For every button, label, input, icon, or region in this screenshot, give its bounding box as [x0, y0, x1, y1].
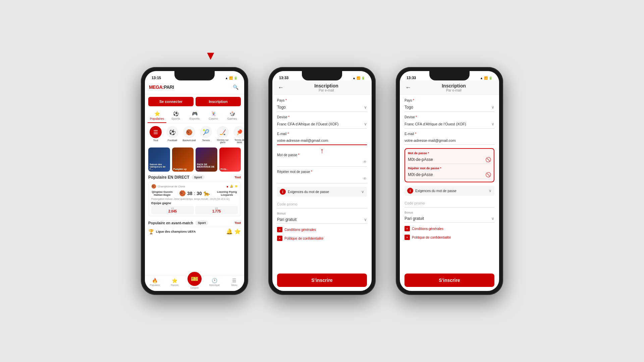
chip-tout[interactable]: ☰ Tout	[148, 126, 163, 143]
phone3-password-label: Mot de passe *	[408, 152, 491, 155]
banner-pack[interactable]: PACK DE BIENVENUE DE ...	[196, 147, 217, 172]
nav-menu-icon: ☰	[232, 278, 236, 283]
league-icon: 🏀	[151, 184, 156, 189]
search-button[interactable]: 🔍	[231, 82, 240, 92]
live-tout-badge[interactable]: Tout	[234, 176, 241, 179]
phone3-email-input[interactable]: votre-adresse-mail@gmail.com	[405, 136, 494, 145]
avant-sport-badge[interactable]: Sport	[195, 221, 209, 225]
phone2-exigences[interactable]: i Exigences du mot de passe ∨	[277, 187, 367, 197]
phone3-pays-chevron: ∨	[491, 105, 494, 110]
banner-pumpkin[interactable]: Pumpkin up	[172, 147, 194, 172]
nav-historique[interactable]: 🕐 Historique	[205, 278, 224, 289]
score2: 30	[197, 191, 202, 196]
register-button[interactable]: Inscription	[196, 97, 241, 106]
tab-games-label: Games	[227, 117, 237, 120]
phone3-politique-label: Politique de confidentialité	[412, 236, 451, 239]
nav-menu[interactable]: ☰ Menu	[224, 278, 244, 289]
chip-hockey[interactable]: 🏒 Hockey sur glace	[215, 126, 230, 143]
tab-games[interactable]: 🎲 Games	[223, 109, 241, 123]
phone3-password-input[interactable]: M0t-de-pAsse 🚫	[408, 156, 491, 164]
phone2-password-input[interactable]: 👁	[277, 158, 367, 167]
chip-tennis[interactable]: 🎾 Tennis	[199, 126, 213, 143]
v2-odd: 1.775	[196, 209, 237, 213]
avant-star-icon[interactable]: ⭐	[234, 228, 241, 235]
team1-logo: 🏀	[179, 190, 186, 196]
phone3-bonus-label: Bonus	[405, 211, 494, 214]
phone3-exigences-chevron: ∨	[489, 188, 492, 193]
phone3-bonus-dropdown[interactable]: Pari gratuit ∨	[405, 215, 494, 223]
tab-sports[interactable]: ⚽ Sports	[166, 109, 185, 123]
odd-v1[interactable]: V1 2.045	[151, 206, 194, 214]
phone3-back-button[interactable]: ←	[405, 84, 411, 91]
phone3-eye-icon[interactable]: 🚫	[485, 157, 491, 162]
avant-match-icon: 🏆	[148, 229, 154, 234]
phone3-repeat-eye-icon[interactable]: 🚫	[485, 172, 491, 177]
phone2-politique[interactable]: ≡ Politique de confidentialité	[277, 236, 367, 241]
phone3-devise-required: *	[416, 115, 417, 119]
phone2-status-icons: ▲ 📶 🔋	[353, 76, 365, 80]
phone2-repeat-password-input[interactable]: 👁	[277, 174, 367, 183]
phone1: ▼ 13:15 ▲ 📶 🔋 MEGA:PARI �	[141, 67, 248, 295]
star-icon[interactable]: ⭐	[234, 185, 238, 188]
bell-icon[interactable]: 🔔	[230, 185, 233, 188]
login-button[interactable]: Se connecter	[148, 97, 194, 106]
phone3-email-required: *	[415, 132, 416, 136]
phone3-battery: 🔋	[489, 76, 492, 80]
phone2-pays-chevron: ∨	[364, 105, 367, 110]
phone3-email-label: E-mail *	[405, 132, 494, 136]
phone2-conditions[interactable]: ≡ Conditions générales	[277, 227, 367, 232]
phone2-pays-dropdown[interactable]: Togo ∨	[277, 103, 367, 112]
avant-match-name: Ligue des champions UEFA	[156, 230, 196, 233]
tab-esports[interactable]: 🎮 Esports	[185, 109, 204, 123]
score-container: 🏀 38 : 30 🐆	[179, 190, 210, 196]
phone3-conditions[interactable]: ≡ Conditions générales	[405, 226, 494, 231]
tab-casino[interactable]: 🃏 Casino	[204, 109, 223, 123]
phone2-battery: 🔋	[361, 76, 365, 80]
match-card[interactable]: 🏀 Championnat de Chine ● 🔔 ⭐ Qingdao Guo…	[148, 182, 241, 217]
chip-tennis-table[interactable]: 🏓 Tennis de table	[232, 126, 244, 143]
nav-favoris[interactable]: ⭐ Favoris	[165, 278, 184, 289]
phone3-code-promo[interactable]: Code promo	[405, 199, 494, 207]
banner-saison[interactable]: Saison des vainqueurs de l'...	[148, 147, 170, 172]
phone2-back-button[interactable]: ←	[278, 84, 284, 91]
phone3-email-field: E-mail * votre-adresse-mail@gmail.com	[405, 132, 494, 145]
avant-bell-icon[interactable]: 🔔	[226, 228, 233, 235]
phone2-repeat-eye-icon[interactable]: 👁	[363, 176, 367, 181]
nav-menu-label: Menu	[231, 284, 237, 286]
phone2-code-promo[interactable]: Code promo	[277, 200, 367, 208]
phone2-register-button[interactable]: S'inscrire	[277, 274, 367, 287]
phone3-register-button[interactable]: S'inscrire	[405, 274, 494, 287]
nav-historique-icon: 🕐	[212, 278, 217, 283]
phone3-pays-dropdown[interactable]: Togo ∨	[405, 103, 494, 112]
banner-pumpkin-text: Pumpkin up	[173, 168, 187, 170]
nav-coupon[interactable]: 🎫 Coupon	[184, 278, 204, 289]
phone3-politique[interactable]: ≡ Politique de confidentialité	[405, 235, 494, 240]
phone3-devise-chevron: ∨	[491, 122, 494, 126]
odd-v2[interactable]: V2 1.775	[195, 206, 238, 214]
chip-basketball[interactable]: 🏀 Basket-ball	[182, 126, 197, 143]
phone2-bonus-dropdown[interactable]: Pari gratuit ∨	[277, 216, 367, 224]
phone2-form-body: Pays * Togo ∨ Devise * Franc CFA d'Afriq…	[272, 95, 372, 271]
phone2-devise-required: *	[288, 115, 289, 119]
phone2-devise-label: Devise *	[277, 115, 367, 119]
phone3-repeat-input[interactable]: M0t-de-pAsse 🚫	[408, 171, 491, 179]
tab-populaires[interactable]: ⭐ Populaires	[148, 109, 166, 123]
phone2-devise-dropdown[interactable]: Franc CFA d'Afrique de l'Ouest (XOF) ∨	[277, 120, 367, 129]
phone2-password-field: Mot de passe * 👁	[277, 153, 367, 167]
nav-populaire[interactable]: 🔥 Populaire	[145, 278, 165, 289]
live-sport-badge[interactable]: Sport	[192, 175, 205, 180]
phone3-bonus-field: Bonus Pari gratuit ∨	[405, 211, 494, 223]
avant-match[interactable]: 🏆 Ligue des champions UEFA 🔔 ⭐	[148, 227, 241, 236]
phone3-info-icon: i	[407, 188, 413, 194]
phone3-devise-dropdown[interactable]: Franc CFA d'Afrique de l'Ouest (XOF) ∨	[405, 120, 494, 129]
phone2-eye-icon[interactable]: 👁	[363, 160, 367, 164]
phone2-time: 13:33	[279, 76, 288, 80]
avant-section: Populaire en avant-match Sport Tout 🏆 Li…	[145, 219, 244, 237]
phone3-exigences-label: Exigences du mot de passe	[415, 189, 457, 193]
banner-friday[interactable]: Frida...	[219, 147, 241, 172]
live-section: Populaire EN DIRECT Sport Tout 🏀 Champio…	[145, 173, 244, 219]
phone3-exigences[interactable]: i Exigences du mot de passe ∨	[405, 186, 494, 196]
chip-football[interactable]: ⚽ Football	[165, 126, 180, 143]
avant-tout-badge[interactable]: Tout	[234, 221, 241, 225]
phone2-email-input[interactable]: votre-adresse-mail@gmail.com	[277, 136, 367, 145]
